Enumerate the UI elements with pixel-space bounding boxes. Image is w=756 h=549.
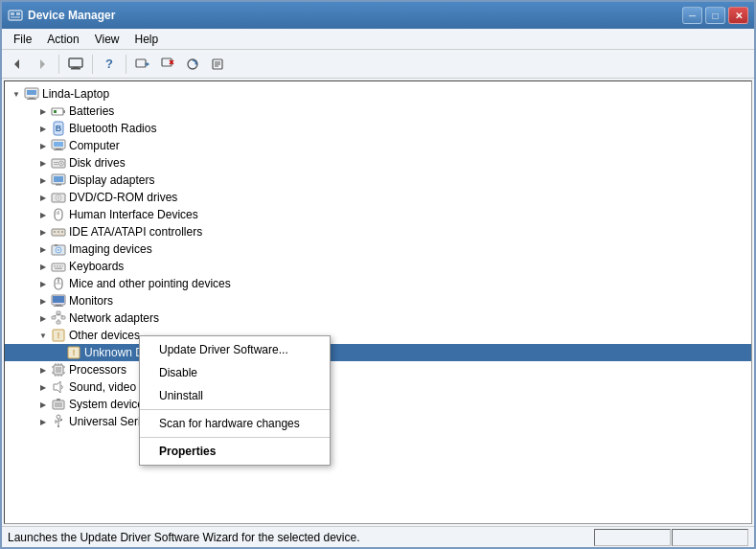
computer-button[interactable] (64, 53, 87, 76)
expand-other[interactable]: ▼ (35, 328, 51, 343)
svg-rect-8 (73, 67, 79, 68)
close-button[interactable]: ✕ (728, 7, 748, 24)
sound-icon (51, 379, 66, 395)
tree-item-network[interactable]: ▶ Network adapters (5, 309, 751, 327)
bluetooth-label: Bluetooth Radios (69, 122, 156, 135)
tree-item-keyboards[interactable]: ▶ Keyboards (5, 258, 751, 275)
tree-item-diskdrives[interactable]: ▶ Disk drives (5, 154, 751, 172)
tree-item-hid[interactable]: ▶ Human Interface Devices (5, 206, 751, 223)
tree-item-bluetooth[interactable]: ▶ B Bluetooth Radios (5, 120, 751, 137)
expand-dvd[interactable]: ▶ (35, 190, 51, 205)
svg-rect-67 (53, 296, 64, 303)
tree-item-imaging[interactable]: ▶ Imaging devices (5, 240, 751, 258)
expand-diskdrives[interactable]: ▶ (35, 155, 51, 171)
other-icon: ! (51, 328, 66, 343)
tree-item-other[interactable]: ▼ ! Other devices (5, 327, 751, 344)
context-update-driver[interactable]: Update Driver Software... (140, 338, 330, 361)
tree-item-batteries[interactable]: ▶ Batteries (5, 103, 751, 120)
status-panels (594, 529, 748, 546)
tree-item-unknown[interactable]: ! Unknown Device (5, 344, 751, 361)
svg-rect-6 (69, 58, 82, 67)
expand-display[interactable]: ▶ (35, 172, 51, 188)
context-scan[interactable]: Scan for hardware changes (140, 412, 330, 435)
expand-unknown[interactable] (51, 345, 66, 360)
expand-batteries[interactable]: ▶ (35, 103, 51, 119)
expand-ide[interactable]: ▶ (35, 224, 51, 240)
update-driver-toolbar-button[interactable] (131, 53, 154, 76)
expand-monitors[interactable]: ▶ (35, 293, 51, 309)
svg-rect-73 (57, 321, 60, 324)
svg-rect-41 (56, 184, 61, 186)
monitor-icon (51, 293, 66, 309)
svg-rect-104 (57, 425, 59, 427)
menu-view[interactable]: View (87, 31, 127, 48)
menu-help[interactable]: Help (127, 31, 167, 48)
svg-rect-32 (56, 149, 61, 149)
svg-point-44 (57, 197, 59, 199)
expand-bluetooth[interactable]: ▶ (35, 121, 51, 136)
expand-processors[interactable]: ▶ (35, 362, 51, 377)
minimize-button[interactable]: ─ (682, 7, 702, 24)
expand-root[interactable]: ▼ (9, 86, 24, 102)
menu-bar: File Action View Help (2, 29, 754, 50)
svg-rect-60 (62, 265, 63, 267)
expand-sound[interactable]: ▶ (35, 379, 51, 395)
display-label: Display adapters (69, 173, 154, 187)
tree-root[interactable]: ▼ Linda-Laptop (5, 85, 751, 103)
expand-mice[interactable]: ▶ (35, 276, 51, 291)
status-panel-1 (594, 529, 671, 546)
tree-item-processors[interactable]: ▶ (5, 361, 751, 378)
menu-file[interactable]: File (6, 31, 39, 48)
svg-rect-55 (55, 244, 57, 246)
svg-rect-72 (61, 316, 65, 319)
svg-rect-65 (57, 279, 59, 282)
menu-action[interactable]: Action (39, 31, 86, 48)
tree-item-ide[interactable]: ▶ IDE ATA/ATAPI controllers (5, 223, 751, 240)
context-disable[interactable]: Disable (140, 361, 330, 384)
svg-rect-49 (54, 231, 56, 233)
window-title: Device Manager (28, 9, 682, 22)
expand-usb[interactable]: ▶ (35, 414, 51, 429)
hid-icon (51, 207, 66, 222)
tree-item-system[interactable]: ▶ System devices (5, 396, 751, 413)
context-properties[interactable]: Properties (140, 440, 330, 463)
back-button[interactable] (6, 53, 29, 76)
tree-item-mice[interactable]: ▶ Mice and other pointing devices (5, 275, 751, 292)
maximize-button[interactable]: □ (705, 7, 725, 24)
expand-keyboards[interactable]: ▶ (35, 259, 51, 274)
toolbar-sep-2 (92, 55, 93, 74)
expand-hid[interactable]: ▶ (35, 207, 51, 222)
tree-item-computer[interactable]: ▶ Computer (5, 137, 751, 154)
uninstall-toolbar-button[interactable] (156, 53, 179, 76)
network-icon (51, 310, 66, 326)
svg-rect-56 (52, 263, 65, 271)
tree-item-sound[interactable]: ▶ Sound, video and game controllers (5, 378, 751, 396)
mouse-icon (51, 276, 66, 291)
svg-text:B: B (56, 124, 62, 133)
context-uninstall[interactable]: Uninstall (140, 384, 330, 407)
svg-rect-96 (55, 402, 62, 407)
device-tree[interactable]: ▼ Linda-Laptop ▶ (5, 81, 751, 523)
tree-item-display[interactable]: ▶ Display adapters (5, 172, 751, 189)
help-button[interactable]: ? (98, 53, 121, 76)
tree-item-dvd[interactable]: ▶ DVD/CD-ROM drives (5, 189, 751, 206)
svg-rect-71 (52, 316, 56, 319)
system-label: System devices (69, 398, 149, 411)
other-label: Other devices (69, 329, 140, 342)
properties-toolbar-button[interactable] (206, 53, 229, 76)
expand-network[interactable]: ▶ (35, 310, 51, 326)
expand-computer[interactable]: ▶ (35, 138, 51, 153)
scan-toolbar-button[interactable] (181, 53, 204, 76)
tree-item-monitors[interactable]: ▶ Monitors (5, 292, 751, 309)
system-icon (51, 397, 66, 412)
mice-label: Mice and other pointing devices (69, 277, 231, 290)
svg-line-76 (58, 314, 63, 316)
svg-rect-22 (27, 90, 36, 95)
svg-rect-61 (55, 268, 62, 270)
forward-button[interactable] (31, 53, 54, 76)
processors-label: Processors (69, 363, 126, 377)
tree-item-usb[interactable]: ▶ Universal Serial Bus controllers (5, 413, 751, 430)
expand-imaging[interactable]: ▶ (35, 241, 51, 257)
imaging-label: Imaging devices (69, 242, 152, 256)
expand-system[interactable]: ▶ (35, 397, 51, 412)
